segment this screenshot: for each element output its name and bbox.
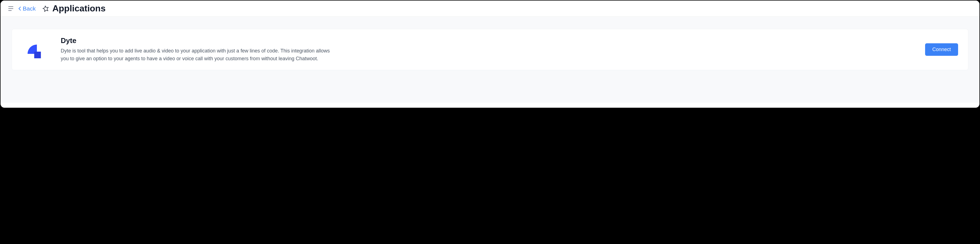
- integration-card: Dyte Dyte is tool that helps you to add …: [12, 29, 968, 70]
- chevron-left-icon: [18, 6, 21, 11]
- title-group: Applications: [43, 3, 106, 14]
- menu-icon[interactable]: [8, 6, 14, 11]
- page-title: Applications: [52, 3, 106, 14]
- content-area: Dyte Dyte is tool that helps you to add …: [0, 17, 980, 103]
- star-icon: [43, 5, 49, 12]
- page-header: Back Applications: [0, 0, 980, 17]
- integration-logo: [22, 37, 48, 62]
- connect-button[interactable]: Connect: [925, 43, 958, 56]
- svg-rect-0: [34, 52, 41, 58]
- back-label: Back: [23, 5, 36, 12]
- integration-description: Dyte is tool that helps you to add live …: [61, 47, 338, 63]
- integration-action: Connect: [925, 43, 958, 56]
- integration-body: Dyte Dyte is tool that helps you to add …: [61, 37, 905, 63]
- back-button[interactable]: Back: [18, 5, 36, 12]
- integration-title: Dyte: [61, 37, 905, 45]
- app-frame: Back Applications Dyte Dyte is tool that…: [0, 0, 980, 108]
